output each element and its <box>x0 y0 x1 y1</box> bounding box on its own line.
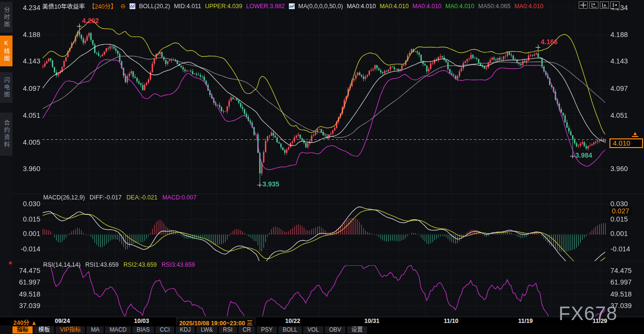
ma-value: MA0:4.010 <box>514 3 543 10</box>
date-axis-label: 10/03 <box>134 318 149 324</box>
rsi-params-label[interactable]: RSI(14,14,14) <box>43 261 81 268</box>
date-axis-label: 11/10 <box>444 318 459 324</box>
chart-header: 美债10年收益率 【240分】 ⊖ BOLL(20,2) MID:4.011 U… <box>42 1 543 11</box>
macd-diff-value: DIFF:-0.017 <box>90 194 122 201</box>
toolbar-item-CR[interactable]: CR <box>239 326 255 334</box>
time-axis: 240分 ▲ 09/2410/032025/10/08 19:00~23:00 … <box>0 317 644 325</box>
x-axis-zoom-icon[interactable] <box>600 1 609 9</box>
ma-value: MA0:4.010 <box>413 3 441 10</box>
macd-axis-highlight: 0.027 <box>609 207 632 215</box>
high-low-annotation: 3.935 <box>262 180 279 188</box>
toolbar-item-BOLL[interactable]: BOLL <box>278 326 302 334</box>
ma-value: MA0:4.010 <box>445 3 474 10</box>
date-axis-label: 10/31 <box>364 318 379 324</box>
macd-axis-tick-right: -0.014 <box>610 245 630 253</box>
pan-right-icon[interactable] <box>610 1 620 9</box>
toolbar-item-VOL[interactable]: VOL <box>303 326 323 334</box>
boll-upper-value: UPPER:4.039 <box>205 3 242 10</box>
price-axis-tick-right: 4.188 <box>610 31 628 38</box>
toolbar-item-MACD[interactable]: MACD <box>105 326 131 334</box>
toolbar-item-模板[interactable]: 模板 <box>34 326 54 334</box>
sidebar-item-flash-chart[interactable]: 闪电图 <box>0 72 12 103</box>
ma-value: MA50:4.065 <box>478 3 511 10</box>
rsi2-value: RSI2:43.659 <box>123 261 157 268</box>
toolbar-item-PSY[interactable]: PSY <box>257 326 277 334</box>
sidebar-item-kline-chart[interactable]: K线图 <box>0 36 12 66</box>
macd-dea-value: DEA:-0.021 <box>127 194 158 201</box>
chart-canvas[interactable] <box>0 0 644 317</box>
indicator-toolbar: 指标模板VIP指标MAMACDBIASCCIKDJLW&RSICRPSYBOLL… <box>12 325 644 334</box>
date-axis-label: 09/24 <box>55 318 70 324</box>
price-axis-tick-right: 4.051 <box>610 111 628 119</box>
toolbar-item-CCI[interactable]: CCI <box>155 326 174 334</box>
y-axis-zoom-icon[interactable] <box>589 1 598 9</box>
toolbar-item-RSI[interactable]: RSI <box>219 326 237 334</box>
toolbar-item-指标[interactable]: 指标 <box>12 326 33 334</box>
rsi-axis-tick-right: 61.997 <box>610 278 632 286</box>
macd-axis-tick-right: 0.015 <box>610 215 628 223</box>
price-up-arrow-icon: ▲ <box>632 131 638 137</box>
boll-lower-value: LOWER:3.982 <box>246 3 285 10</box>
ma-value: MA0:4.010 <box>347 3 376 10</box>
price-axis-tick-right: 4.143 <box>610 57 628 65</box>
trading-app: 美债10年收益率 【240分】 ⊖ BOLL(20,2) MID:4.011 U… <box>0 0 644 334</box>
rsi-axis-tick-right: 49.518 <box>610 290 632 298</box>
sidebar-item-contract-info[interactable]: 合约资料 <box>0 112 12 156</box>
price-axis-tick-right: 3.960 <box>610 165 628 173</box>
toolbar-item-设置[interactable]: 设置 <box>347 326 367 334</box>
boll-label[interactable]: BOLL(20,2) <box>139 3 170 10</box>
toolbar-item-BIAS[interactable]: BIAS <box>132 326 154 334</box>
ma-value: MA0:4.010 <box>380 3 408 10</box>
sidebar: 分时图 K线图 闪电图 合约资料 <box>0 0 12 317</box>
collapse-icon[interactable]: ⊖ <box>120 2 125 10</box>
current-price-tag: 4.010 <box>609 138 643 148</box>
high-low-annotation: 4.166 <box>541 38 558 46</box>
toolbar-item-VIP指标[interactable]: VIP指标 <box>56 326 85 334</box>
high-low-annotation: 4.202 <box>82 17 99 25</box>
watermark: FX678 <box>559 303 618 324</box>
price-axis-tick-right: 4.097 <box>610 85 628 92</box>
toolbar-item-MA[interactable]: MA <box>86 326 104 334</box>
toolbar-item-KDJ[interactable]: KDJ <box>176 326 195 334</box>
toolbar-item-OBV[interactable]: OBV <box>325 326 346 334</box>
instrument-title: 美债10年收益率 <box>42 1 85 11</box>
date-axis-label: 10/22 <box>285 318 300 324</box>
ma-indicator-icon[interactable] <box>289 3 295 9</box>
period-label[interactable]: 【240分】 <box>89 1 117 11</box>
rsi3-value: RSI3:43.659 <box>162 261 195 268</box>
macd-axis-tick-right: 0.001 <box>610 230 628 237</box>
ma-label[interactable]: MA(0,0,0,0,50,0) <box>298 3 343 10</box>
toolbar-item-LW&[interactable]: LW& <box>196 326 217 334</box>
crosshair-move-icon[interactable] <box>579 1 588 9</box>
macd-params-label[interactable]: MACD(26,12,9) <box>43 194 85 201</box>
macd-hist-value: MACD:0.007 <box>162 194 197 201</box>
date-axis-label: 11/19 <box>518 318 533 324</box>
rsi-label-row: RSI(14,14,14) RSI1:43.659 RSI2:43.659 RS… <box>43 261 195 268</box>
rsi1-value: RSI1:43.659 <box>85 261 119 268</box>
sidebar-item-timeline-chart[interactable]: 分时图 <box>0 2 12 33</box>
alarm-icon[interactable]: ☀ <box>8 260 13 267</box>
high-low-annotation: 3.984 <box>575 151 592 159</box>
boll-indicator-icon[interactable] <box>130 3 135 9</box>
macd-label-row: MACD(26,12,9) DIFF:-0.017 DEA:-0.021 MAC… <box>43 194 197 201</box>
boll-mid-value: MID:4.011 <box>174 3 201 10</box>
ma-values: MA0:4.010MA0:4.010MA0:4.010MA0:4.010MA50… <box>347 3 544 10</box>
chart-tool-icons <box>579 1 620 9</box>
rsi-axis-tick-right: 74.475 <box>610 267 632 274</box>
